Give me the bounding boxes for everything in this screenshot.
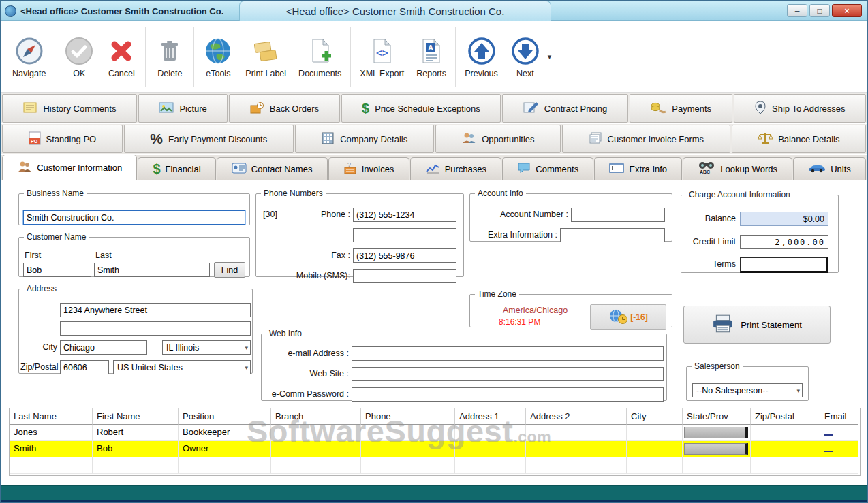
- picture-icon: [159, 102, 174, 115]
- price-schedule-exceptions-button[interactable]: $ Price Schedule Exceptions: [341, 94, 501, 123]
- tab-financial[interactable]: $ Financial: [138, 157, 215, 180]
- company-details-button[interactable]: Company Details: [295, 125, 434, 153]
- web-site-input[interactable]: [352, 367, 664, 381]
- back-orders-icon: [250, 101, 264, 116]
- tab-invoices[interactable]: ? Invoices: [328, 157, 409, 180]
- pen-paper-icon: [523, 101, 539, 116]
- table-row-selected[interactable]: Smith Bob Owner: [10, 441, 860, 457]
- country-select[interactable]: US United States ▾: [113, 360, 251, 374]
- email-address-input[interactable]: [352, 346, 664, 361]
- phone1-input[interactable]: [353, 208, 456, 222]
- minimize-button[interactable]: –: [787, 4, 807, 17]
- xml-export-button[interactable]: <> XML Export: [354, 33, 410, 81]
- column-header[interactable]: Position: [179, 408, 271, 425]
- print-statement-button[interactable]: Print Statement: [683, 306, 831, 344]
- maximize-button[interactable]: □: [809, 4, 830, 17]
- tab-purchases[interactable]: Purchases: [410, 157, 502, 180]
- column-header[interactable]: State/Prov: [683, 408, 751, 425]
- zip-input[interactable]: [60, 360, 109, 374]
- globe-clock-icon: [608, 308, 627, 327]
- svg-text:PO: PO: [31, 139, 38, 144]
- next-button[interactable]: Next: [504, 33, 546, 81]
- next-dropdown-caret[interactable]: ▾: [548, 52, 552, 61]
- standing-po-button[interactable]: PO Standing PO: [2, 125, 123, 153]
- extra-information-input[interactable]: [560, 228, 665, 242]
- state-select[interactable]: IL Illinois ▾: [162, 340, 251, 355]
- navigate-button[interactable]: Navigate: [6, 33, 52, 81]
- reports-label: Reports: [416, 69, 446, 78]
- salesperson-select[interactable]: --No Salesperson-- ▾: [692, 383, 803, 397]
- column-header[interactable]: First Name: [93, 408, 179, 425]
- documents-button[interactable]: Documents: [292, 33, 347, 81]
- address-line2-input[interactable]: [60, 321, 251, 336]
- column-header[interactable]: City: [627, 408, 683, 425]
- arrow-down-circle-icon: [510, 35, 540, 67]
- ecomm-password-input[interactable]: [352, 387, 664, 402]
- column-header[interactable]: Last Name: [10, 408, 93, 425]
- contacts-table-header: Last Name First Name Position Branch Pho…: [10, 408, 860, 425]
- terms-input[interactable]: [740, 257, 828, 273]
- status-strip-teal: [1, 485, 867, 500]
- history-comments-button[interactable]: History Comments: [2, 94, 137, 123]
- time-zone-group: Time Zone America/Chicago 8:16:31 PM [-1…: [469, 289, 672, 327]
- first-name-input[interactable]: [23, 263, 91, 277]
- previous-button[interactable]: Previous: [459, 33, 504, 81]
- back-orders-button[interactable]: Back Orders: [229, 94, 339, 123]
- find-button[interactable]: Find: [214, 262, 245, 278]
- tab-extra-info[interactable]: Extra Info: [594, 157, 682, 180]
- column-header[interactable]: Address 1: [455, 408, 526, 425]
- credit-limit-input[interactable]: [740, 235, 828, 249]
- tab-comments[interactable]: Comments: [502, 157, 593, 180]
- picture-button[interactable]: Picture: [138, 94, 228, 123]
- delete-button[interactable]: Delete: [149, 33, 191, 81]
- cancel-button[interactable]: Cancel: [100, 33, 142, 81]
- phone2-input[interactable]: [353, 228, 456, 242]
- etools-button[interactable]: eTools: [197, 33, 239, 81]
- ok-button[interactable]: OK: [58, 33, 100, 81]
- state-prov-box[interactable]: [684, 443, 748, 455]
- column-header[interactable]: Address 2: [526, 408, 627, 425]
- column-header[interactable]: Zip/Postal: [751, 408, 820, 425]
- account-number-input[interactable]: [571, 208, 665, 222]
- arrow-up-circle-icon: [467, 35, 497, 67]
- x-icon: [106, 35, 136, 67]
- last-name-input[interactable]: [94, 263, 210, 277]
- balance-details-button[interactable]: Balance Details: [732, 125, 866, 153]
- fax-input[interactable]: [353, 248, 456, 263]
- early-payment-discounts-button[interactable]: % Early Payment Discounts: [124, 125, 294, 153]
- toolbar-separator: [455, 27, 456, 87]
- reports-button[interactable]: A Reports: [410, 33, 452, 81]
- business-name-group: Business Name: [18, 189, 250, 225]
- column-header[interactable]: Branch: [271, 408, 361, 425]
- ship-to-addresses-button[interactable]: Ship To Addresses: [734, 94, 866, 123]
- tab-contact-names[interactable]: Contact Names: [217, 157, 328, 180]
- table-row-empty[interactable]: [10, 457, 860, 474]
- ribbon-label: Back Orders: [270, 103, 319, 114]
- app-icon: [5, 5, 16, 17]
- previous-label: Previous: [465, 69, 498, 78]
- check-icon: [64, 35, 94, 67]
- contract-pricing-button[interactable]: Contract Pricing: [502, 94, 627, 123]
- email-link-mark[interactable]: [824, 434, 833, 436]
- table-row[interactable]: Jones Robert Bookkeeper: [10, 425, 860, 441]
- tab-customer-information[interactable]: Customer Information: [2, 155, 137, 180]
- customer-invoice-forms-button[interactable]: Customer Invoice Forms: [562, 125, 730, 153]
- city-input[interactable]: [60, 340, 147, 355]
- payments-button[interactable]: Payments: [630, 94, 732, 123]
- xml-document-icon: <>: [367, 35, 397, 67]
- phone-numbers-legend: Phone Numbers: [261, 189, 326, 198]
- state-prov-box[interactable]: [684, 427, 748, 438]
- email-link-mark[interactable]: [824, 451, 833, 452]
- opportunities-button[interactable]: Opportunities: [435, 125, 561, 153]
- column-header[interactable]: Phone: [361, 408, 455, 425]
- tab-lookup-words[interactable]: ABC Lookup Words: [683, 157, 792, 180]
- tab-units[interactable]: Units: [793, 157, 866, 180]
- close-button[interactable]: ×: [832, 4, 862, 17]
- mobile-input[interactable]: [353, 269, 456, 283]
- column-header[interactable]: Email: [820, 408, 858, 425]
- business-name-input[interactable]: [23, 210, 245, 225]
- address-line1-input[interactable]: [60, 303, 251, 317]
- print-label-button[interactable]: Print Label: [239, 33, 292, 81]
- time-zone-button[interactable]: [-16]: [590, 304, 666, 330]
- status-strip-white: [1, 476, 867, 485]
